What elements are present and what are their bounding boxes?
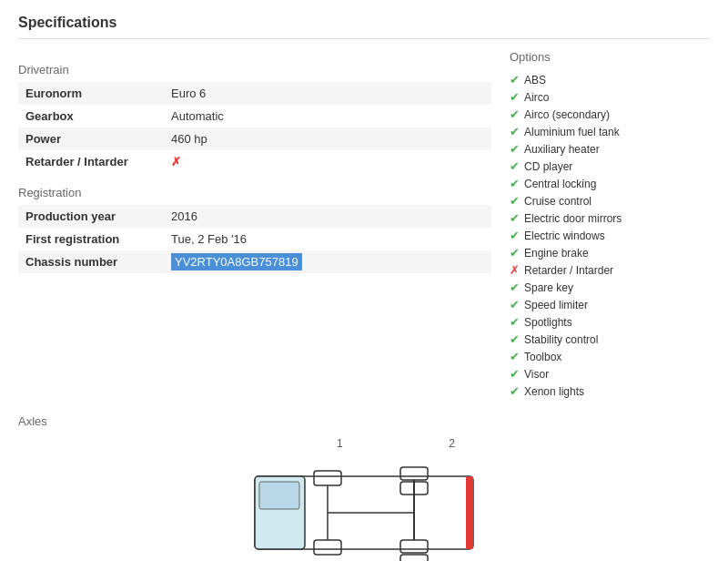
option-label-13: Speed limiter	[524, 299, 588, 311]
check-icon: ✔	[510, 280, 520, 294]
option-label-4: Auxiliary heater	[524, 143, 600, 156]
option-item-7: ✔Cruise control	[510, 192, 710, 209]
drivetrain-label-3: Retarder / Intarder	[18, 150, 164, 173]
option-label-16: Toolbox	[524, 351, 561, 363]
drivetrain-label-0: Euronorm	[18, 82, 164, 105]
option-item-3: ✔Aluminium fuel tank	[510, 123, 710, 140]
option-item-8: ✔Electric door mirrors	[510, 209, 710, 227]
option-label-5: CD player	[524, 160, 572, 173]
svg-rect-4	[314, 471, 341, 485]
drivetrain-label-1: Gearbox	[18, 105, 164, 128]
option-item-17: ✔Visor	[510, 365, 710, 382]
option-label-17: Visor	[524, 368, 549, 381]
check-icon: ✔	[510, 177, 520, 190]
option-item-13: ✔Speed limiter	[510, 296, 710, 313]
option-item-15: ✔Stability control	[510, 331, 710, 348]
check-icon: ✔	[510, 350, 520, 363]
option-item-0: ✔ABS	[510, 71, 710, 88]
drivetrain-value-3: ✗	[164, 150, 491, 173]
option-item-16: ✔Toolbox	[510, 348, 710, 365]
options-column: Options ✔ABS✔Airco✔Airco (secondary)✔Alu…	[510, 50, 710, 400]
registration-value-0: 2016	[164, 205, 491, 228]
option-label-11: Retarder / Intarder	[524, 264, 613, 277]
option-label-15: Stability control	[524, 333, 598, 346]
check-icon: ✔	[510, 142, 520, 156]
option-label-18: Xenon lights	[524, 385, 584, 398]
option-label-8: Electric door mirrors	[524, 212, 622, 225]
option-item-4: ✔Auxiliary heater	[510, 140, 710, 158]
drivetrain-value-2: 460 hp	[164, 128, 491, 150]
option-label-1: Airco	[524, 91, 549, 104]
svg-rect-3	[466, 476, 473, 549]
axle2-top-label: 2	[449, 437, 455, 450]
axles-section-title: Axles	[18, 414, 710, 428]
check-icon: ✔	[510, 107, 520, 121]
option-item-1: ✔Airco	[510, 88, 710, 106]
option-label-6: Central locking	[524, 178, 596, 190]
axles-section: Axles 1 2	[18, 414, 710, 561]
check-icon: ✔	[510, 211, 520, 225]
option-item-18: ✔Xenon lights	[510, 382, 710, 400]
option-item-9: ✔Electric windows	[510, 227, 710, 244]
check-icon: ✔	[510, 125, 520, 138]
check-icon: ✔	[510, 246, 520, 260]
drivetrain-table: EuronormEuro 6GearboxAutomaticPower460 h…	[18, 82, 491, 173]
option-item-11: ✗Retarder / Intarder	[510, 261, 710, 279]
check-icon: ✔	[510, 298, 520, 311]
option-label-9: Electric windows	[524, 230, 605, 242]
check-icon: ✔	[510, 159, 520, 173]
page-title: Specifications	[18, 15, 710, 39]
svg-rect-2	[259, 482, 299, 509]
option-item-6: ✔Central locking	[510, 175, 710, 192]
check-icon: ✔	[510, 229, 520, 242]
option-item-2: ✔Airco (secondary)	[510, 106, 710, 123]
options-list: ✔ABS✔Airco✔Airco (secondary)✔Aluminium f…	[510, 71, 710, 400]
options-section-title: Options	[510, 50, 710, 64]
registration-label-1: First registration	[18, 228, 164, 250]
left-column: Drivetrain EuronormEuro 6GearboxAutomati…	[18, 50, 491, 400]
option-item-12: ✔Spare key	[510, 279, 710, 296]
check-icon: ✔	[510, 194, 520, 208]
truck-diagram: 1 2	[18, 437, 710, 561]
svg-rect-10	[400, 555, 428, 561]
check-icon: ✔	[510, 90, 520, 104]
check-icon: ✔	[510, 315, 520, 329]
axle1-top-label: 1	[337, 437, 343, 450]
check-icon: ✔	[510, 367, 520, 381]
registration-label-2: Chassis number	[18, 250, 164, 273]
option-item-14: ✔Spotlights	[510, 313, 710, 331]
option-item-10: ✔Engine brake	[510, 244, 710, 261]
check-icon: ✔	[510, 384, 520, 398]
check-icon: ✔	[510, 73, 520, 87]
drivetrain-section-title: Drivetrain	[18, 63, 491, 76]
option-label-12: Spare key	[524, 281, 573, 294]
drivetrain-label-2: Power	[18, 128, 164, 150]
registration-table: Production year2016First registrationTue…	[18, 205, 491, 273]
option-label-3: Aluminium fuel tank	[524, 126, 620, 138]
svg-rect-9	[400, 540, 428, 553]
registration-value-2: YV2RTY0A8GB757819	[164, 250, 491, 273]
truck-svg	[246, 454, 482, 561]
option-item-5: ✔CD player	[510, 158, 710, 175]
svg-rect-5	[314, 540, 341, 555]
svg-rect-7	[400, 467, 428, 480]
option-label-10: Engine brake	[524, 247, 589, 260]
option-label-7: Cruise control	[524, 195, 592, 208]
registration-section-title: Registration	[18, 186, 491, 199]
registration-label-0: Production year	[18, 205, 164, 228]
option-label-14: Spotlights	[524, 316, 572, 329]
registration-value-1: Tue, 2 Feb '16	[164, 228, 491, 250]
drivetrain-value-0: Euro 6	[164, 82, 491, 105]
drivetrain-value-1: Automatic	[164, 105, 491, 128]
option-label-2: Airco (secondary)	[524, 108, 610, 121]
check-icon: ✔	[510, 332, 520, 346]
option-label-0: ABS	[524, 74, 546, 87]
cross-icon: ✗	[510, 263, 520, 277]
